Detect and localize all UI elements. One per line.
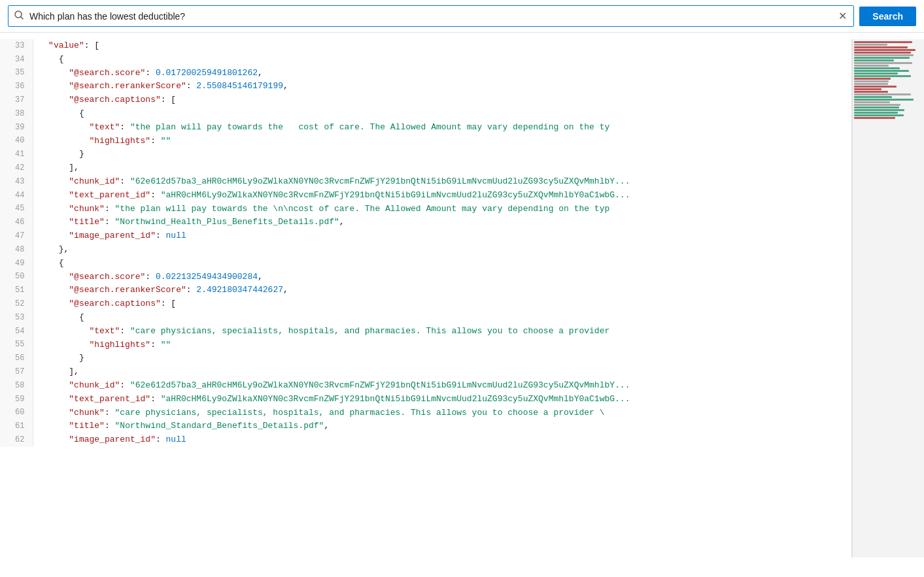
table-row: 61 "title": "Northwind_Standard_Benefits… xyxy=(0,420,851,433)
json-punct: : xyxy=(120,326,130,336)
json-punct: } xyxy=(79,353,84,363)
line-number: 55 xyxy=(0,338,33,352)
json-punct: : xyxy=(186,81,197,91)
json-punct xyxy=(39,244,59,254)
table-row: 58 "chunk_id": "62e612d57ba3_aHR0cHM6Ly9… xyxy=(0,379,851,393)
json-punct: : xyxy=(105,217,115,227)
minimap-line xyxy=(854,88,881,90)
json-punct: : xyxy=(150,136,161,146)
json-punct: : [ xyxy=(161,299,176,308)
code-viewer[interactable]: 33 "value": [34 {35 "@search.score": 0.0… xyxy=(0,39,852,557)
table-row: 42 ], xyxy=(0,161,851,175)
table-row: 38 { xyxy=(0,107,851,121)
line-number: 38 xyxy=(0,107,33,121)
json-string: "aHR0cHM6Ly9oZWlkaXN0YN0c3RvcmFnZWFjY291… xyxy=(161,190,630,200)
json-punct: : xyxy=(120,122,130,132)
json-key: "title" xyxy=(69,421,105,431)
line-content: "text_parent_id": "aHR0cHM6Ly9oZWlkaXN0Y… xyxy=(33,189,851,203)
json-key: "text" xyxy=(90,122,120,132)
table-row: 37 "@search.captions": [ xyxy=(0,93,851,107)
table-row: 57 ], xyxy=(0,365,851,379)
json-punct: : xyxy=(186,285,197,295)
json-string: "Northwind_Health_Plus_Benefits_Details.… xyxy=(115,217,339,227)
json-key: "image_parent_id" xyxy=(69,231,156,240)
json-punct xyxy=(39,108,79,118)
minimap-line xyxy=(854,75,911,77)
minimap[interactable] xyxy=(852,39,924,557)
line-content: "highlights": "" xyxy=(33,338,851,352)
json-punct xyxy=(39,435,69,444)
line-number: 59 xyxy=(0,393,33,406)
json-punct: : [ xyxy=(84,41,99,50)
line-number: 62 xyxy=(0,433,33,447)
json-punct xyxy=(39,231,69,240)
table-row: 62 "image_parent_id": null xyxy=(0,433,851,447)
json-punct xyxy=(39,258,59,268)
line-number: 54 xyxy=(0,325,33,338)
line-content: "text_parent_id": "aHR0cHM6Ly9oZWlkaXN0Y… xyxy=(33,393,851,406)
json-key: "chunk_id" xyxy=(69,176,120,186)
table-row: 40 "highlights": "" xyxy=(0,135,851,148)
table-row: 46 "title": "Northwind_Health_Plus_Benef… xyxy=(0,216,851,229)
json-number: 0.017200259491801262 xyxy=(156,68,258,78)
line-content: "title": "Northwind_Health_Plus_Benefits… xyxy=(33,216,851,229)
minimap-line xyxy=(854,96,892,98)
json-punct xyxy=(39,136,90,146)
json-punct: } xyxy=(79,149,84,159)
minimap-line xyxy=(854,80,889,82)
line-number: 39 xyxy=(0,121,33,135)
json-string: "aHR0cHM6Ly9oZWlkaXN0YN0c3RvcmFnZWFjY291… xyxy=(161,394,630,404)
table-row: 53 { xyxy=(0,311,851,325)
line-content: "chunk": "the plan will pay towards the … xyxy=(33,203,851,216)
json-key: "text" xyxy=(90,326,120,336)
minimap-line xyxy=(854,65,889,67)
json-punct: : xyxy=(150,190,161,200)
json-punct xyxy=(39,163,69,173)
json-punct: , xyxy=(283,81,288,91)
line-number: 43 xyxy=(0,175,33,189)
json-punct: , xyxy=(339,217,345,227)
minimap-line xyxy=(854,93,911,95)
minimap-line xyxy=(854,46,908,48)
minimap-line xyxy=(854,86,897,88)
search-button[interactable]: Search xyxy=(859,7,916,26)
json-punct xyxy=(39,421,69,431)
line-content: "chunk_id": "62e612d57ba3_aHR0cHM6Ly9oZW… xyxy=(33,175,851,189)
line-number: 36 xyxy=(0,80,33,93)
json-punct xyxy=(39,81,69,91)
json-string: "Northwind_Standard_Benefits_Details.pdf… xyxy=(115,421,324,431)
minimap-line xyxy=(854,114,904,116)
line-content: { xyxy=(33,257,851,271)
json-punct: : xyxy=(150,394,161,404)
line-content: ], xyxy=(33,161,851,175)
line-number: 50 xyxy=(0,271,33,284)
minimap-line xyxy=(854,49,915,51)
table-row: 44 "text_parent_id": "aHR0cHM6Ly9oZWlkaX… xyxy=(0,189,851,203)
json-key: "@search.score" xyxy=(69,68,145,78)
json-key: "value" xyxy=(48,41,84,50)
table-row: 43 "chunk_id": "62e612d57ba3_aHR0cHM6Ly9… xyxy=(0,175,851,189)
line-content: { xyxy=(33,311,851,325)
table-row: 54 "text": "care physicians, specialists… xyxy=(0,325,851,338)
table-row: 47 "image_parent_id": null xyxy=(0,229,851,243)
line-content: "value": [ xyxy=(33,39,851,53)
line-number: 48 xyxy=(0,243,33,257)
json-string: "the plan will pay towards the \n\ncost … xyxy=(115,204,610,214)
minimap-line xyxy=(854,67,900,69)
minimap-line xyxy=(854,62,912,64)
json-punct xyxy=(39,408,69,418)
clear-button[interactable]: ✕ xyxy=(837,8,848,24)
json-string: "care physicians, specialists, hospitals… xyxy=(130,326,609,336)
json-punct: , xyxy=(283,285,288,295)
line-content: "image_parent_id": null xyxy=(33,229,851,243)
line-content: "@search.rerankerScore": 2.4921803474426… xyxy=(33,284,851,297)
json-key: "text_parent_id" xyxy=(69,394,150,404)
table-row: 35 "@search.score": 0.017200259491801262… xyxy=(0,67,851,80)
json-key: "text_parent_id" xyxy=(69,190,150,200)
json-punct xyxy=(39,68,69,78)
line-content: ], xyxy=(33,365,851,379)
json-key: "@search.rerankerScore" xyxy=(69,285,186,295)
line-number: 35 xyxy=(0,67,33,80)
json-punct xyxy=(39,54,59,64)
search-input[interactable] xyxy=(29,11,832,22)
